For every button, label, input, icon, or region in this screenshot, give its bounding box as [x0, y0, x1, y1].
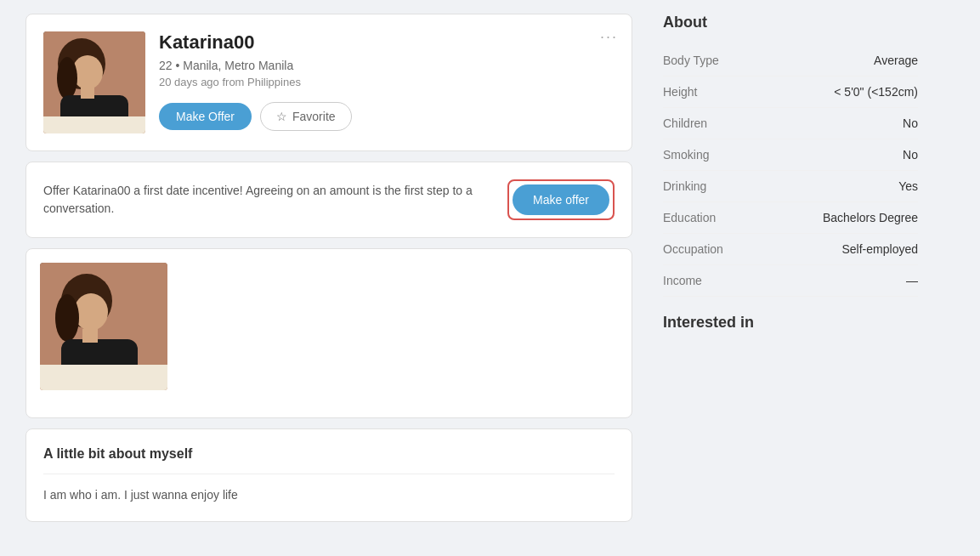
svg-rect-13 [40, 365, 167, 390]
make-offer-button[interactable]: Make Offer [159, 103, 252, 130]
profile-info: Katarina00 22 • Manila, Metro Manila 20 … [159, 31, 615, 131]
sidebar-row: Income— [663, 265, 918, 297]
profile-name: Katarina00 [159, 31, 615, 54]
svg-rect-6 [43, 116, 145, 133]
make-offer-secondary-button[interactable]: Make offer [513, 184, 609, 215]
sidebar-row-value: Average [874, 54, 918, 67]
interested-in-title: Interested in [663, 314, 918, 332]
photo-grid [40, 263, 618, 390]
photo-thumbnail[interactable] [40, 263, 167, 390]
about-section-title: About [663, 14, 918, 31]
about-card: A little bit about myself I am who i am.… [25, 428, 632, 522]
offer-button-wrapper: Make offer [507, 179, 615, 220]
svg-rect-5 [81, 87, 94, 99]
sidebar-row-label: Drinking [663, 179, 706, 193]
sidebar-rows: Body TypeAverageHeight< 5'0" (<152cm)Chi… [663, 45, 918, 297]
sidebar-row: Body TypeAverage [663, 45, 918, 77]
svg-point-9 [74, 293, 108, 331]
sidebar-row-value: No [903, 116, 918, 130]
about-bio: I am who i am. I just wanna enjoy life [43, 486, 615, 504]
favorite-button[interactable]: ☆ Favorite [260, 102, 352, 131]
sidebar-row-label: Education [663, 211, 716, 224]
profile-meta: 22 • Manila, Metro Manila [159, 59, 615, 72]
profile-time: 20 days ago from Philippines [159, 76, 615, 88]
sidebar-row: EducationBachelors Degree [663, 202, 918, 234]
sidebar-row-value: Yes [898, 179, 918, 193]
sidebar-row-label: Children [663, 116, 707, 130]
svg-point-10 [55, 294, 79, 342]
sidebar: About Body TypeAverageHeight< 5'0" (<152… [646, 0, 935, 556]
more-options-button[interactable]: ··· [600, 28, 618, 46]
sidebar-row: OccupationSelf-employed [663, 234, 918, 265]
star-icon: ☆ [276, 110, 287, 123]
main-content: Katarina00 22 • Manila, Metro Manila 20 … [0, 0, 646, 556]
profile-card: Katarina00 22 • Manila, Metro Manila 20 … [25, 14, 632, 151]
sidebar-row-label: Smoking [663, 148, 709, 162]
sidebar-row-value: — [906, 274, 918, 287]
svg-point-3 [57, 57, 77, 99]
profile-avatar [43, 31, 145, 133]
offer-banner: Offer Katarina00 a first date incentive!… [25, 162, 632, 238]
photo-gallery-card [25, 248, 632, 418]
sidebar-row-label: Income [663, 274, 702, 287]
sidebar-row-value: No [903, 148, 918, 162]
sidebar-row-label: Height [663, 85, 697, 99]
about-title: A little bit about myself [43, 446, 615, 462]
photo-image [40, 263, 167, 390]
offer-banner-text: Offer Katarina00 a first date incentive!… [43, 182, 494, 218]
sidebar-row-value: Self-employed [842, 242, 919, 256]
avatar-image [43, 31, 145, 133]
about-divider [43, 474, 615, 474]
sidebar-row: SmokingNo [663, 139, 918, 171]
sidebar-row-label: Occupation [663, 242, 723, 256]
sidebar-row-label: Body Type [663, 54, 719, 67]
sidebar-row-value: < 5'0" (<152cm) [834, 85, 918, 99]
svg-rect-12 [82, 329, 98, 343]
sidebar-row: DrinkingYes [663, 171, 918, 202]
profile-actions: Make Offer ☆ Favorite [159, 102, 615, 131]
sidebar-row: Height< 5'0" (<152cm) [663, 77, 918, 108]
sidebar-row-value: Bachelors Degree [823, 211, 918, 224]
sidebar-row: ChildrenNo [663, 108, 918, 139]
